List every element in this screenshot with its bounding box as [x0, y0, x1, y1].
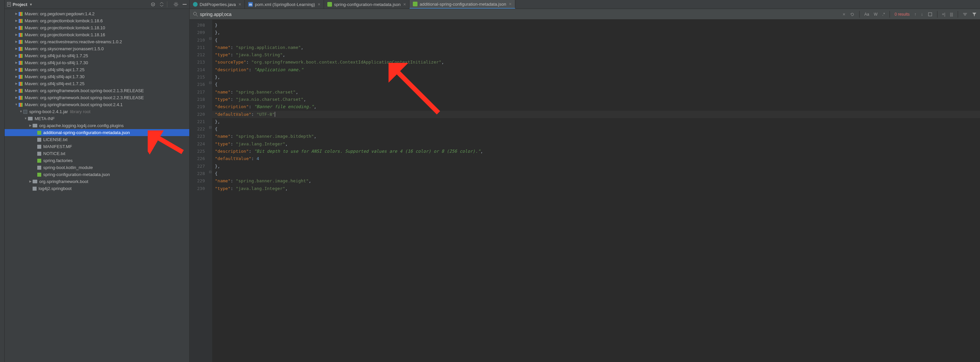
line-number[interactable]: 218	[189, 96, 205, 103]
line-number[interactable]: 224	[189, 140, 205, 148]
line-number[interactable]: 212	[189, 51, 205, 59]
expand-arrow-icon[interactable]	[14, 103, 19, 106]
expand-arrow-icon[interactable]	[14, 75, 19, 78]
line-number[interactable]: 227	[189, 163, 205, 170]
hide-icon[interactable]	[182, 2, 187, 7]
tree-row[interactable]: MANIFEST.MF	[5, 143, 189, 150]
words-toggle[interactable]: W	[874, 12, 878, 17]
code-editor[interactable]: } }, { "name": "spring.application.name"…	[212, 20, 980, 362]
code-line[interactable]: {	[212, 37, 980, 44]
line-number[interactable]: 216	[189, 81, 205, 88]
filter-settings-icon[interactable]	[963, 12, 967, 17]
expand-arrow-icon[interactable]	[14, 82, 19, 85]
tree-row[interactable]: additional-spring-configuration-metadata…	[5, 129, 189, 136]
tree-row[interactable]: NOTICE.txt	[5, 150, 189, 157]
tree-row[interactable]: Maven: org.pegdown:pegdown:1.4.2	[5, 10, 189, 17]
expand-arrow-icon[interactable]	[14, 68, 19, 71]
prev-match-icon[interactable]: ↑	[915, 12, 916, 17]
filter-icon[interactable]	[972, 12, 977, 17]
expand-arrow-icon[interactable]	[14, 33, 19, 36]
tree-row[interactable]: spring.factories	[5, 157, 189, 164]
tool-window-strip[interactable]	[0, 0, 5, 362]
code-line[interactable]: "type": "java.lang.Integer",	[212, 185, 980, 192]
clear-search-icon[interactable]: ×	[843, 12, 845, 17]
editor-tab[interactable]: spring-configuration-metadata.json×	[324, 0, 409, 9]
line-number[interactable]: 213	[189, 59, 205, 66]
line-number[interactable]: 219	[189, 103, 205, 110]
line-number[interactable]: 221	[189, 118, 205, 126]
line-gutter[interactable]: 2082092102112122132142152162172182192202…	[189, 20, 208, 362]
tree-row[interactable]: org.springframework.boot	[5, 178, 189, 185]
tree-row[interactable]: Maven: org.reactivestreams:reactive-stre…	[5, 38, 189, 45]
expand-arrow-icon[interactable]	[14, 26, 19, 29]
chevron-down-icon[interactable]: ▼	[29, 3, 33, 6]
code-line[interactable]: }	[212, 22, 980, 29]
line-number[interactable]: 222	[189, 126, 205, 133]
editor-tab[interactable]: DidiProperties.java×	[189, 0, 245, 9]
line-number[interactable]: 209	[189, 29, 205, 36]
panel-title[interactable]: Project	[13, 2, 27, 7]
next-match-icon[interactable]: ↓	[921, 12, 923, 17]
code-line[interactable]: "name": "spring.banner.image.bitdepth",	[212, 133, 980, 140]
expand-all-icon[interactable]	[159, 2, 164, 7]
line-number[interactable]: 217	[189, 89, 205, 96]
line-number[interactable]: 211	[189, 44, 205, 51]
code-line[interactable]: "type": "java.lang.String",	[212, 51, 980, 59]
code-line[interactable]: "defaultValue": 4	[212, 155, 980, 163]
select-all-icon[interactable]	[928, 12, 932, 17]
select-opened-file-icon[interactable]	[150, 2, 156, 7]
line-number[interactable]: 223	[189, 133, 205, 140]
select-all-occ-icon[interactable]: |||	[950, 12, 953, 17]
code-line[interactable]: "name": "spring.banner.charset",	[212, 89, 980, 96]
line-number[interactable]: 214	[189, 66, 205, 73]
line-number[interactable]: 226	[189, 155, 205, 163]
tree-row[interactable]: spring-boot.kotlin_module	[5, 164, 189, 171]
line-number[interactable]: 220	[189, 111, 205, 118]
tree-row[interactable]: Maven: org.slf4j:slf4j-ext:1.7.25	[5, 80, 189, 87]
code-line[interactable]: },	[212, 29, 980, 36]
expand-arrow-icon[interactable]	[14, 96, 19, 99]
match-case-toggle[interactable]: Aa	[864, 12, 869, 17]
tree-row[interactable]: spring-boot-2.4.1.jarlibrary root	[5, 108, 189, 115]
fold-gutter[interactable]: ⊟⊟⊟⊟	[208, 20, 212, 362]
editor-tab[interactable]: mpom.xml (SpringBoot-Learning)×	[245, 0, 324, 9]
code-line[interactable]: {	[212, 126, 980, 133]
line-number[interactable]: 208	[189, 22, 205, 29]
expand-arrow-icon[interactable]	[14, 89, 19, 92]
expand-arrow-icon[interactable]	[19, 110, 23, 113]
line-number[interactable]: 229	[189, 177, 205, 185]
line-number[interactable]: 228	[189, 170, 205, 177]
tree-row[interactable]: spring-configuration-metadata.json	[5, 171, 189, 178]
code-line[interactable]: "sourceType": "org.springframework.boot.…	[212, 59, 980, 66]
line-number[interactable]: 210	[189, 37, 205, 44]
code-line[interactable]: {	[212, 81, 980, 88]
expand-arrow-icon[interactable]	[14, 61, 19, 64]
code-line[interactable]: "type": "java.nio.charset.Charset",	[212, 96, 980, 103]
line-number[interactable]: 215	[189, 73, 205, 81]
gear-icon[interactable]	[173, 2, 179, 7]
tree-row[interactable]: Maven: org.slf4j:slf4j-api:1.7.30	[5, 73, 189, 80]
tree-row[interactable]: Maven: org.projectlombok:lombok:1.18.16	[5, 31, 189, 38]
tree-row[interactable]: Maven: org.slf4j:jul-to-slf4j:1.7.25	[5, 52, 189, 59]
tree-row[interactable]: Maven: org.slf4j:slf4j-api:1.7.25	[5, 66, 189, 73]
expand-arrow-icon[interactable]	[14, 40, 19, 43]
expand-arrow-icon[interactable]	[14, 47, 19, 50]
tree-row[interactable]: Maven: org.springframework.boot:spring-b…	[5, 94, 189, 101]
tree-row[interactable]: Maven: org.skyscreamer:jsonassert:1.5.0	[5, 45, 189, 52]
code-line[interactable]: },	[212, 163, 980, 170]
add-selection-icon[interactable]: +|	[942, 12, 945, 17]
code-line[interactable]: {	[212, 170, 980, 177]
search-history-icon[interactable]	[850, 12, 854, 17]
tree-row[interactable]: org.apache.logging.log4j.core.config.plu…	[5, 122, 189, 129]
close-tab-icon[interactable]: ×	[403, 2, 406, 7]
close-tab-icon[interactable]: ×	[239, 2, 241, 7]
code-line[interactable]: "description": "Banner file encoding.",	[212, 103, 980, 110]
editor-tab[interactable]: additional-spring-configuration-metadata…	[409, 0, 515, 9]
expand-arrow-icon[interactable]	[28, 180, 33, 183]
close-tab-icon[interactable]: ×	[318, 2, 320, 7]
close-tab-icon[interactable]: ×	[509, 1, 512, 6]
project-tree[interactable]: Maven: org.pegdown:pegdown:1.4.2Maven: o…	[5, 9, 189, 362]
search-input[interactable]	[200, 12, 843, 17]
regex-toggle[interactable]: .*	[882, 12, 885, 17]
code-line[interactable]: "type": "java.lang.Integer",	[212, 140, 980, 148]
